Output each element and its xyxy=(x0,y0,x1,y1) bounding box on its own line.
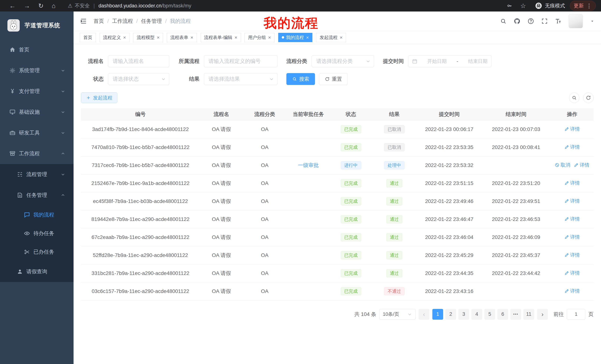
update-button[interactable]: 更新 ⋮ xyxy=(570,1,596,11)
detail-link[interactable]: 详情 xyxy=(564,126,580,132)
prev-page-button[interactable]: ‹ xyxy=(419,309,429,320)
browser-home-button[interactable]: ⌂ xyxy=(52,2,56,10)
goto-page-input[interactable] xyxy=(567,309,585,320)
tab-item[interactable]: 流程定义× xyxy=(100,33,130,42)
page-button[interactable]: 6 xyxy=(497,309,508,320)
detail-link[interactable]: 详情 xyxy=(564,234,580,240)
detail-link[interactable]: 详情 xyxy=(564,288,580,294)
close-icon[interactable]: × xyxy=(123,35,126,40)
close-icon[interactable]: × xyxy=(340,35,342,40)
page-ellipsis[interactable]: ••• xyxy=(510,309,521,320)
tab-item[interactable]: 我的流程× xyxy=(278,33,312,42)
sidebar-item-leave-query[interactable]: 请假查询 xyxy=(0,261,74,282)
cell-name: OA 请假 xyxy=(200,174,243,192)
address-bar[interactable]: ⚠ 不安全 | dashboard.yudao.iocoder.cn/bpm/t… xyxy=(68,2,191,9)
reset-button[interactable]: 重置 xyxy=(319,73,348,85)
close-icon[interactable]: × xyxy=(235,35,237,40)
cell-submit-time: 2022-01-22 23:43:16 xyxy=(417,282,481,300)
forward-button[interactable]: → xyxy=(24,2,30,10)
tab-item[interactable]: 流程表单× xyxy=(167,33,197,42)
close-icon[interactable]: × xyxy=(306,35,309,40)
page-button[interactable]: 2 xyxy=(445,309,456,320)
sidebar-item-system-mgmt[interactable]: 系统管理 xyxy=(0,60,74,81)
incognito-label: 无痕模式 xyxy=(545,2,565,9)
result-select[interactable] xyxy=(204,73,278,85)
status-select[interactable] xyxy=(108,73,169,85)
tab-item[interactable]: 用户分组× xyxy=(245,33,274,42)
sidebar-item-my-process[interactable]: 我的流程 xyxy=(0,206,74,224)
cell-submit-time: 2022-01-22 23:53:35 xyxy=(417,138,481,156)
page-button[interactable]: 4 xyxy=(471,309,482,320)
detail-link[interactable]: 详情 xyxy=(574,162,589,168)
tab-item[interactable]: 流程表单-编辑× xyxy=(200,33,241,42)
category-select-input[interactable] xyxy=(312,55,374,67)
help-icon[interactable] xyxy=(527,18,534,25)
font-size-icon[interactable] xyxy=(555,18,562,25)
page-size-select[interactable]: 10条/页 xyxy=(379,309,416,320)
reload-button[interactable]: ↻ xyxy=(38,2,44,10)
sidebar-item-payment-mgmt[interactable]: 支付管理 xyxy=(0,81,74,102)
fullscreen-icon[interactable] xyxy=(541,18,548,25)
cancel-link[interactable]: 取消 xyxy=(555,162,570,168)
page-button[interactable]: 3 xyxy=(458,309,469,320)
sidebar-item-home[interactable]: 首页 xyxy=(0,39,74,60)
task-link[interactable]: 一级审批 xyxy=(298,162,319,168)
cell-id: 2152467e-7b9b-11ec-9a1b-acde48001122 xyxy=(81,174,200,192)
sidebar-item-todo-tasks[interactable]: 待办任务 xyxy=(0,224,74,243)
breadcrumb-item[interactable]: 任务管理 xyxy=(141,18,162,25)
breadcrumb-item[interactable]: 首页 xyxy=(94,18,104,25)
page-button[interactable]: 5 xyxy=(484,309,495,320)
next-page-button[interactable]: › xyxy=(537,309,548,320)
sidebar-item-dev-tools[interactable]: 研发工具 xyxy=(0,123,74,143)
sidebar-item-process-mgmt[interactable]: 流程管理 xyxy=(0,164,74,185)
sidebar-item-task-mgmt[interactable]: 任务管理 xyxy=(0,185,74,206)
tab-label: 流程定义 xyxy=(103,35,121,40)
sidebar-item-label: 我的流程 xyxy=(33,211,54,218)
breadcrumb-item[interactable]: 工作流程 xyxy=(112,18,133,25)
url-divider: | xyxy=(93,3,95,9)
breadcrumb-separator: / xyxy=(107,18,109,24)
detail-link[interactable]: 详情 xyxy=(564,198,580,204)
detail-link[interactable]: 详情 xyxy=(564,270,580,276)
key-icon[interactable] xyxy=(507,3,512,9)
sidebar-item-infrastructure[interactable]: 基础设施 xyxy=(0,102,74,123)
process-def-input[interactable] xyxy=(204,55,278,67)
create-process-label: 发起流程 xyxy=(93,95,112,101)
search-button[interactable]: 搜索 xyxy=(286,73,315,85)
tab-item[interactable]: 首页 xyxy=(80,33,96,42)
refresh-table-button[interactable] xyxy=(583,93,594,103)
cell-result: 通过 xyxy=(372,246,417,264)
back-button[interactable]: ← xyxy=(9,2,16,10)
page-button[interactable]: 1 xyxy=(432,309,443,320)
tab-label: 用户分组 xyxy=(248,35,266,40)
detail-link[interactable]: 详情 xyxy=(564,252,580,258)
caret-down-icon[interactable] xyxy=(590,19,595,24)
detail-link[interactable]: 详情 xyxy=(564,180,580,186)
hamburger-icon[interactable] xyxy=(80,18,87,25)
tab-item[interactable]: 发起流程× xyxy=(316,33,346,42)
submit-time-range[interactable]: 开始日期 - 结束日期 xyxy=(408,55,491,67)
tab-item[interactable]: 流程模型× xyxy=(133,33,163,42)
sidebar-item-workflow[interactable]: 工作流程 xyxy=(0,143,74,164)
process-name-input[interactable] xyxy=(108,55,169,67)
column-header: 当前审批任务 xyxy=(287,108,330,120)
bookmark-star-icon[interactable]: ☆ xyxy=(521,2,526,10)
sidebar-item-done-tasks[interactable]: 已办任务 xyxy=(0,243,74,261)
cell-id: 331bc281-7b9a-11ec-a290-acde48001122 xyxy=(81,264,200,282)
avatar[interactable] xyxy=(569,14,583,28)
page-button[interactable]: 11 xyxy=(523,309,534,320)
detail-link[interactable]: 详情 xyxy=(564,144,580,150)
search-icon[interactable] xyxy=(500,18,507,25)
detail-link[interactable]: 详情 xyxy=(564,216,580,222)
create-process-button[interactable]: 发起流程 xyxy=(81,92,117,103)
table-row: 331bc281-7b9a-11ec-a290-acde48001122OA 请… xyxy=(81,264,594,282)
close-icon[interactable]: × xyxy=(157,35,160,40)
close-icon[interactable]: × xyxy=(190,35,193,40)
close-icon[interactable]: × xyxy=(268,35,271,40)
toggle-search-button[interactable] xyxy=(569,93,580,103)
result-select-input[interactable] xyxy=(204,73,278,85)
status-select-input[interactable] xyxy=(108,73,169,85)
kebab-menu-icon[interactable]: ⋮ xyxy=(586,3,592,9)
category-select[interactable] xyxy=(312,55,374,67)
github-icon[interactable] xyxy=(514,18,521,25)
